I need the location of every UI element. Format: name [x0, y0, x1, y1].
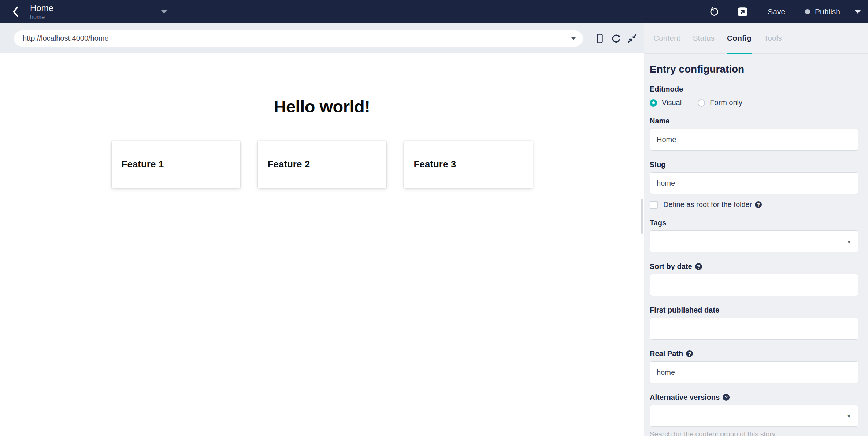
panel-title: Entry configuration: [650, 63, 858, 75]
real-path-label-text: Real Path: [650, 350, 683, 358]
first-published-label: First published date: [650, 306, 858, 314]
publish-button[interactable]: Publish: [805, 7, 840, 16]
real-path-label: Real Path ?: [650, 350, 858, 358]
settings-panel: Content Status Config Tools Entry config…: [644, 23, 868, 436]
app-window: Home home Sa: [0, 0, 868, 436]
chevron-down-icon: ▼: [846, 413, 852, 419]
top-bar: Home home Sa: [0, 0, 868, 23]
sort-by-date-label-text: Sort by date: [650, 262, 692, 271]
story-title: Home: [30, 3, 53, 13]
tags-label: Tags: [650, 219, 858, 227]
undo-icon: [709, 7, 719, 17]
story-title-block: Home home: [30, 3, 53, 21]
radio-icon: [698, 99, 705, 107]
checkbox-icon: ✓: [650, 201, 658, 209]
sort-by-date-field[interactable]: [650, 274, 858, 296]
open-editor-button[interactable]: [737, 6, 748, 17]
publish-menu-chevron-down-icon[interactable]: [855, 10, 861, 14]
preview-column: Hello world! Feature 1 Feature 2 Feature…: [0, 23, 644, 436]
open-external-icon: [738, 7, 748, 17]
feature-card-label: Feature 1: [122, 159, 164, 170]
refresh-preview-button[interactable]: [611, 33, 621, 44]
radio-icon: [650, 99, 657, 107]
alt-versions-select[interactable]: ▼: [650, 405, 858, 427]
sort-by-date-label: Sort by date ?: [650, 262, 858, 271]
editmode-form-only-label: Form only: [710, 99, 742, 107]
name-label: Name: [650, 117, 858, 125]
feature-card[interactable]: Feature 3: [404, 141, 533, 188]
scrollbar-thumb[interactable]: [641, 199, 643, 234]
feature-cards: Feature 1 Feature 2 Feature 3: [0, 141, 644, 188]
collapse-preview-button[interactable]: [627, 33, 637, 44]
story-slug-subtitle: home: [30, 14, 53, 21]
help-icon[interactable]: ?: [723, 394, 730, 401]
compress-icon: [627, 34, 637, 43]
slug-label: Slug: [650, 160, 858, 169]
phone-icon: [596, 33, 604, 44]
help-icon[interactable]: ?: [755, 201, 762, 208]
tab-content[interactable]: Content: [653, 23, 680, 54]
editmode-visual-radio[interactable]: Visual: [650, 99, 682, 107]
feature-card-label: Feature 3: [414, 159, 456, 170]
undo-button[interactable]: [708, 6, 719, 17]
back-button[interactable]: [8, 3, 23, 21]
feature-card[interactable]: Feature 2: [258, 141, 386, 188]
real-path-field[interactable]: [650, 361, 858, 383]
root-folder-checkbox-row[interactable]: ✓ Define as root for the folder ?: [650, 200, 858, 209]
chevron-left-icon: [12, 6, 19, 18]
publish-status-dot: [805, 9, 810, 14]
main-area: Hello world! Feature 1 Feature 2 Feature…: [0, 23, 868, 436]
preview-url-bar: [0, 23, 644, 53]
refresh-icon: [611, 33, 621, 43]
publish-label: Publish: [815, 7, 840, 16]
tab-tools[interactable]: Tools: [764, 23, 782, 54]
first-published-field[interactable]: [650, 318, 858, 340]
tags-select[interactable]: ▼: [650, 230, 858, 252]
url-history-chevron-down-icon[interactable]: [571, 37, 576, 40]
editmode-label: Editmode: [650, 85, 858, 93]
tab-config[interactable]: Config: [727, 23, 751, 54]
root-folder-checkbox-label: Define as root for the folder: [663, 200, 752, 209]
alt-versions-hint: Search for the content group of this sto…: [650, 430, 858, 436]
mobile-preview-button[interactable]: [595, 33, 605, 44]
tab-status[interactable]: Status: [693, 23, 715, 54]
feature-card-label: Feature 2: [268, 159, 310, 170]
help-icon[interactable]: ?: [695, 263, 702, 270]
site-preview[interactable]: Hello world! Feature 1 Feature 2 Feature…: [0, 53, 644, 436]
alt-versions-label: Alternative versions ?: [650, 393, 858, 402]
slug-field[interactable]: [650, 172, 858, 194]
url-input-wrap: [14, 30, 583, 47]
panel-tabs: Content Status Config Tools: [644, 23, 868, 54]
editmode-visual-label: Visual: [662, 99, 682, 107]
chevron-down-icon[interactable]: [161, 10, 167, 14]
editmode-radio-group: Visual Form only: [650, 99, 858, 107]
entry-configuration-form: Entry configuration Editmode Visual Form…: [644, 54, 868, 436]
help-icon[interactable]: ?: [686, 350, 693, 357]
alt-versions-label-text: Alternative versions: [650, 393, 720, 402]
save-button[interactable]: Save: [768, 7, 785, 16]
editmode-form-only-radio[interactable]: Form only: [698, 99, 742, 107]
chevron-down-icon: ▼: [846, 239, 852, 245]
name-field[interactable]: [650, 129, 858, 151]
url-input[interactable]: [14, 30, 583, 47]
feature-card[interactable]: Feature 1: [112, 141, 240, 188]
preview-page-heading[interactable]: Hello world!: [0, 53, 644, 117]
top-bar-actions: Save Publish: [691, 6, 861, 17]
